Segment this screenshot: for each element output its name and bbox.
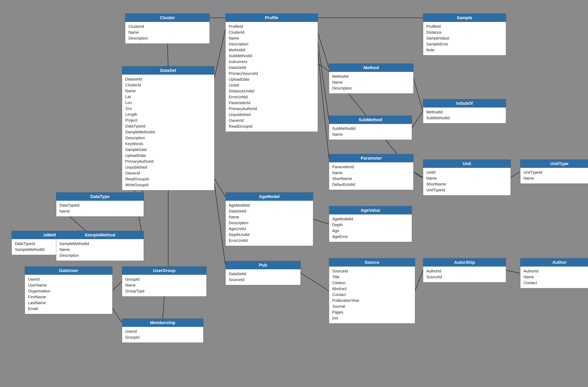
field-profile-clusterid: ClusterId — [229, 29, 315, 35]
field-gateUser-firstname: FirstName — [28, 294, 109, 300]
entity-header-pub: Pub — [226, 261, 300, 269]
field-dataType-name: Name — [59, 208, 141, 214]
field-sample-samplevalue: SampleValue — [426, 35, 503, 41]
entity-cluster: ClusterClusterIdNameDescription — [125, 14, 210, 44]
entity-header-sampleMethod: SampleMethod — [56, 231, 144, 239]
field-sample-distance: Distance — [426, 29, 503, 35]
entity-header-parameter: Parameter — [329, 154, 413, 162]
entity-profile: ProfileProfileIdClusterIdNameDescription… — [225, 14, 318, 132]
field-profile-name: Name — [229, 35, 315, 41]
field-autorShip-sourceid: SourceId — [426, 274, 503, 280]
svg-line-22 — [415, 270, 423, 291]
entity-ageValue: AgeValueAgeModelIdDepthAgeAgeError — [329, 206, 412, 242]
field-parameter-name: Name — [332, 170, 410, 176]
field-method-methodid: MethodId — [332, 74, 410, 79]
field-source-contact: Contact — [332, 292, 412, 297]
entity-header-dataSet: DataSet — [122, 66, 214, 75]
field-source-journal: Journal — [332, 303, 412, 309]
field-profile-profileid: ProfileId — [229, 23, 315, 29]
entity-header-ageModel: AgeModel — [226, 193, 313, 201]
entity-header-author: Author — [520, 258, 588, 267]
field-profile-unitid: UnitId — [229, 82, 315, 88]
entity-body-dataSet: DatasetIdClusterIdNameLatLonZcoLengthPro… — [122, 75, 214, 190]
entity-header-source: Source — [329, 258, 415, 267]
field-dataType-datatypeid: DataTypeId — [59, 202, 141, 208]
field-parameter-defaultunitid: DefaultUnitId — [332, 182, 410, 187]
field-unit-name: Name — [426, 175, 507, 181]
entity-header-membership: Membership — [122, 319, 203, 327]
field-dataSet-keywords: KeyWords — [125, 141, 211, 147]
field-source-sourceid: SourceId — [332, 268, 412, 274]
entity-header-ageValue: AgeValue — [329, 206, 412, 214]
field-dataSet-sampledate: SampleDate — [125, 147, 211, 153]
entity-unit: UnitUnitdNameShortNameUnitTypeId — [423, 159, 511, 195]
field-source-publicationyear: PublicationYear — [332, 297, 412, 303]
entity-header-unitType: UnitType — [520, 160, 588, 168]
svg-line-5 — [214, 29, 225, 78]
svg-line-2 — [318, 33, 329, 68]
svg-line-17 — [412, 111, 423, 128]
entity-ageModel: AgeModelAgeModelIdDataSetIdNameDescripti… — [225, 192, 313, 246]
svg-line-23 — [506, 270, 520, 273]
field-sampleMethod-samplemethodid: SampleMethodId — [59, 241, 141, 247]
svg-line-13 — [313, 219, 329, 224]
field-ageModel-name: Name — [229, 214, 310, 220]
entity-header-isSubOf: IsSubOf — [423, 99, 506, 108]
entity-header-dataType: DataType — [56, 193, 144, 201]
field-ageValue-depth: Depth — [332, 222, 409, 228]
field-profile-errorunitid: ErrorUnitId — [229, 94, 315, 100]
field-unitType-unittypeid: UnitTypeId — [524, 169, 588, 175]
entity-body-profile: ProfileIdClusterIdNameDescriptionMethodI… — [226, 22, 318, 132]
field-author-authorid: AuthorId — [524, 268, 588, 274]
field-dataSet-writegroupid: WriteGroupId — [125, 182, 211, 188]
svg-line-21 — [301, 273, 329, 291]
field-sample-profileid: ProfileId — [426, 23, 503, 29]
field-gateUser-userid: UserId — [28, 276, 109, 282]
field-ageModel-depthunitid: DepthUnitId — [229, 232, 310, 238]
field-sample-sampleerror: SampleError — [426, 41, 503, 47]
field-profile-parameterid: ParameterId — [229, 100, 315, 106]
field-parameter-shortname: ShortName — [332, 176, 410, 182]
field-profile-datasetid: DataSetId — [229, 65, 315, 71]
field-gateUser-organisation: Organisation — [28, 288, 109, 294]
field-profile-primarysourceid: PrimarySourceId — [229, 71, 315, 76]
field-gateUser-username: UserName — [28, 282, 109, 288]
entity-author: AuthorAuthorIdNameContact — [520, 258, 588, 288]
field-profile-ownerid: OwnerId — [229, 117, 315, 123]
entity-dataSet: DataSetDatasetIdClusterIdNameLatLonZcoLe… — [122, 66, 214, 190]
entity-body-cluster: ClusterIdNameDescription — [125, 22, 210, 43]
field-profile-readgroupid: ReadGroupId — [229, 123, 315, 129]
field-cluster-clusterid: ClusterId — [128, 23, 206, 29]
field-profile-description: Description — [229, 41, 315, 47]
field-isSubOf-submethodid: SubMethodId — [426, 115, 503, 121]
field-gateUser-email: Email — [28, 306, 109, 311]
field-profile-uploaddate: UploadDate — [229, 76, 315, 82]
entity-isSubOf: IsSubOfMethodIdSubMethodId — [423, 99, 506, 123]
entity-body-gateUser: UserIdUserNameOrganisationFirstNameLastN… — [25, 275, 112, 314]
field-pub-datasetid: DataSetId — [229, 271, 297, 277]
entity-body-method: MethodIdNameDescription — [329, 72, 413, 94]
field-dataSet-name: Name — [125, 88, 211, 94]
field-dataSet-length: Length — [125, 112, 211, 117]
field-dataSet-samplemethodid: SampleMethodId — [125, 129, 211, 135]
field-cluster-description: Description — [128, 35, 206, 41]
entity-body-membership: UserIdGroupId — [122, 327, 203, 343]
field-dataSet-lat: Lat — [125, 94, 211, 100]
entity-header-subMethod: SubMethod — [329, 116, 412, 124]
entity-body-ageModel: AgeModelIdDataSetIdNameDescriptionAgeUni… — [226, 201, 313, 246]
entity-header-gateUser: GateUser — [25, 267, 112, 275]
entity-header-cluster: Cluster — [125, 14, 210, 22]
entity-header-userGroup: UserGroup — [122, 267, 206, 275]
entity-gateUser: GateUserUserIdUserNameOrganisationFirstN… — [25, 266, 112, 314]
field-autorShip-authorid: AuthorId — [426, 268, 503, 274]
field-dataSet-unpublished: Unpublished — [125, 164, 211, 170]
entity-header-sample: Sample — [423, 14, 506, 22]
field-ageValue-ageerror: AgeError — [332, 234, 409, 239]
entity-body-unitType: UnitTypeIdName — [520, 168, 588, 184]
field-sampleMethod-name: Name — [59, 247, 141, 252]
field-isSubOf-methodid: MethodId — [426, 109, 503, 115]
field-ageValue-age: Age — [332, 228, 409, 234]
field-source-citation: Citation — [332, 280, 412, 286]
field-sampleMethod-description: Description — [59, 252, 141, 258]
field-userGroup-grouptype: GroupType — [125, 288, 203, 294]
